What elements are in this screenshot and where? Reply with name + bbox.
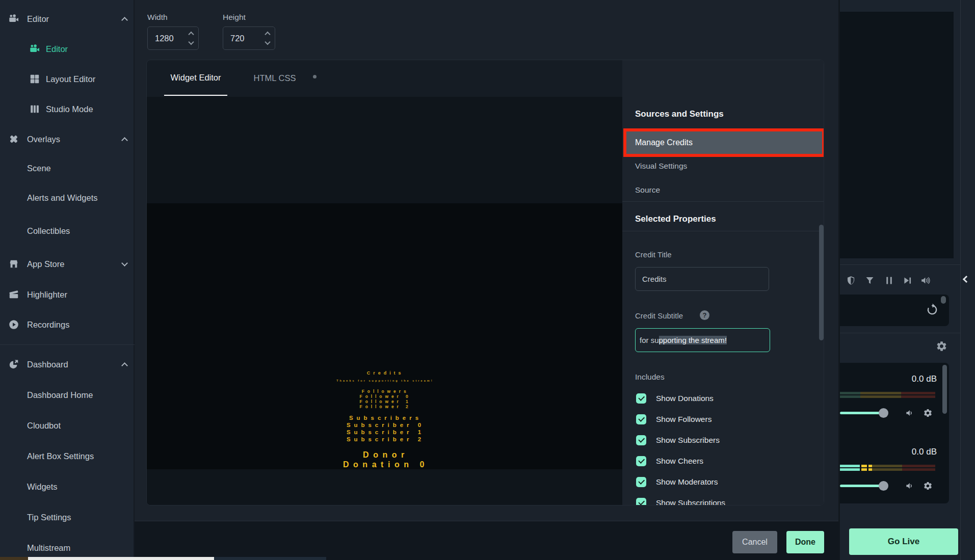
sidebar-item-highlighter[interactable]: Highlighter [0, 286, 135, 303]
sidebar-item-label: Layout Editor [46, 74, 95, 84]
widget-preview-area: C r e d i t sT h a n k s f o r s u p p o… [147, 97, 622, 505]
selected-properties-heading: Selected Properties [635, 214, 716, 224]
volume-icon[interactable] [920, 275, 931, 286]
source-item[interactable]: Source [635, 185, 660, 195]
channel-gear-icon[interactable] [923, 408, 933, 418]
stepper-down-icon[interactable] [188, 39, 194, 45]
sidebar-item-label: App Store [27, 259, 64, 269]
sidebar-item-editor[interactable]: Editor [0, 40, 135, 58]
tab-widget-editor[interactable]: Widget Editor [164, 60, 227, 96]
channel-volume-icon[interactable] [905, 481, 915, 491]
pause-icon[interactable] [884, 275, 894, 286]
stepper-up-icon[interactable] [265, 32, 270, 37]
done-button[interactable]: Done [786, 531, 824, 553]
cancel-button[interactable]: Cancel [732, 531, 777, 553]
help-icon[interactable]: ? [700, 310, 709, 320]
manage-credits-item[interactable]: Manage Credits [623, 128, 824, 157]
divider [622, 201, 824, 202]
sidebar-item-tip-settings[interactable]: Tip Settings [0, 509, 135, 526]
height-input[interactable]: 720 [223, 26, 275, 50]
stepper-down-icon[interactable] [265, 39, 270, 45]
checkbox-checked-icon[interactable] [636, 498, 646, 505]
chevron-up-icon[interactable] [121, 17, 128, 23]
credits-line: F o l l o w e r 1 [147, 399, 622, 404]
checkbox-checked-icon[interactable] [636, 456, 646, 466]
credit-title-input[interactable]: Credits [635, 267, 769, 291]
sidebar-item-label: Alerts and Widgets [27, 193, 97, 203]
channel-gear-icon[interactable] [923, 481, 933, 491]
sidebar-item-layout-editor[interactable]: Layout Editor [0, 70, 135, 88]
screen-edge-strip [28, 557, 214, 560]
checkbox-row-show-subscriptions[interactable]: Show Subscriptions [636, 497, 725, 505]
sidebar-item-app-store[interactable]: App Store [0, 255, 135, 273]
stepper-up-icon[interactable] [188, 32, 194, 37]
sidebar-item-label: Editor [46, 44, 68, 54]
height-stepper[interactable] [266, 33, 270, 44]
divider [840, 264, 960, 265]
vu-meter [840, 392, 935, 394]
settings-scrollbar[interactable] [819, 225, 824, 340]
refresh-icon[interactable] [926, 303, 939, 316]
checkbox-row-show-subscribers[interactable]: Show Subscribers [636, 434, 720, 446]
sidebar-item-dashboard-home[interactable]: Dashboard Home [0, 386, 135, 404]
credits-line: F o l l o w e r 2 [147, 404, 622, 409]
volume-slider-knob[interactable] [879, 408, 888, 418]
checkbox-checked-icon[interactable] [636, 393, 646, 404]
tab-html-css[interactable]: HTML CSS [249, 60, 301, 96]
chevron-up-icon[interactable] [121, 137, 128, 144]
display-preview-box [840, 12, 954, 258]
channel-volume-icon[interactable] [905, 408, 915, 418]
credits-line: F o l l o w e r 0 [147, 394, 622, 399]
sidebar-item-dashboard[interactable]: Dashboard [0, 356, 135, 373]
width-stepper[interactable] [189, 33, 193, 44]
mixer-settings-gear-icon[interactable] [936, 340, 947, 352]
sidebar-item-collectibles[interactable]: Collectibles [0, 222, 135, 239]
checkbox-row-show-moderators[interactable]: Show Moderators [636, 476, 718, 488]
sidebar-item-recordings[interactable]: Recordings [0, 316, 135, 333]
checkbox-row-show-donations[interactable]: Show Donations [636, 392, 714, 405]
checkbox-row-show-followers[interactable]: Show Followers [636, 413, 712, 425]
screen-edge-strip [214, 557, 326, 560]
sidebar-item-cloudbot[interactable]: Cloudbot [0, 417, 135, 434]
volume-slider-track[interactable] [840, 485, 885, 487]
sidebar-nav: EditorEditorLayout EditorStudio ModeOver… [0, 0, 135, 560]
volume-slider-track[interactable] [840, 412, 885, 414]
modal-bottom-bar: Cancel Done [135, 521, 838, 560]
chevron-down-icon[interactable] [121, 260, 128, 266]
credits-line: S u b s c r i b e r 0 [147, 421, 622, 429]
sidebar-item-label: Multistream [27, 543, 70, 553]
collapse-panel-chevron-icon[interactable] [963, 276, 970, 283]
screen-edge-strip [0, 557, 28, 560]
credits-line: D o n o r [147, 450, 622, 460]
camera-icon [29, 43, 40, 55]
divider [960, 0, 961, 560]
visual-settings-item[interactable]: Visual Settings [635, 162, 687, 171]
checkbox-row-show-cheers[interactable]: Show Cheers [636, 455, 703, 467]
divider [840, 333, 960, 333]
width-input[interactable]: 1280 [147, 26, 199, 50]
checkbox-checked-icon[interactable] [636, 477, 646, 487]
checkbox-label: Show Subscribers [656, 436, 720, 445]
sidebar-item-scene[interactable]: Scene [0, 159, 135, 177]
sidebar-item-editor[interactable]: Editor [0, 10, 135, 28]
sidebar-item-multistream[interactable]: Multistream [0, 539, 135, 556]
checkbox-checked-icon[interactable] [636, 414, 646, 424]
filter-icon[interactable] [864, 275, 875, 286]
shield-icon[interactable] [846, 275, 856, 286]
sidebar-item-alert-box-settings[interactable]: Alert Box Settings [0, 447, 135, 465]
chevron-up-icon[interactable] [121, 362, 128, 369]
vu-meter [840, 395, 935, 398]
checkbox-checked-icon[interactable] [636, 435, 646, 445]
mini-scrollbar[interactable] [941, 296, 946, 304]
sidebar-item-label: Scene [27, 164, 51, 173]
sidebar-item-overlays[interactable]: Overlays [0, 130, 135, 148]
sidebar-item-alerts-and-widgets[interactable]: Alerts and Widgets [0, 189, 135, 206]
sidebar-item-studio-mode[interactable]: Studio Mode [0, 100, 135, 118]
go-live-button[interactable]: Go Live [849, 528, 958, 555]
vu-meter [840, 465, 935, 467]
volume-slider-knob[interactable] [879, 481, 888, 491]
credit-subtitle-input[interactable]: for supporting the stream! [635, 328, 770, 352]
sidebar-item-widgets[interactable]: Widgets [0, 478, 135, 495]
skip-next-icon[interactable] [902, 275, 913, 286]
mixer-scrollbar[interactable] [942, 365, 947, 414]
